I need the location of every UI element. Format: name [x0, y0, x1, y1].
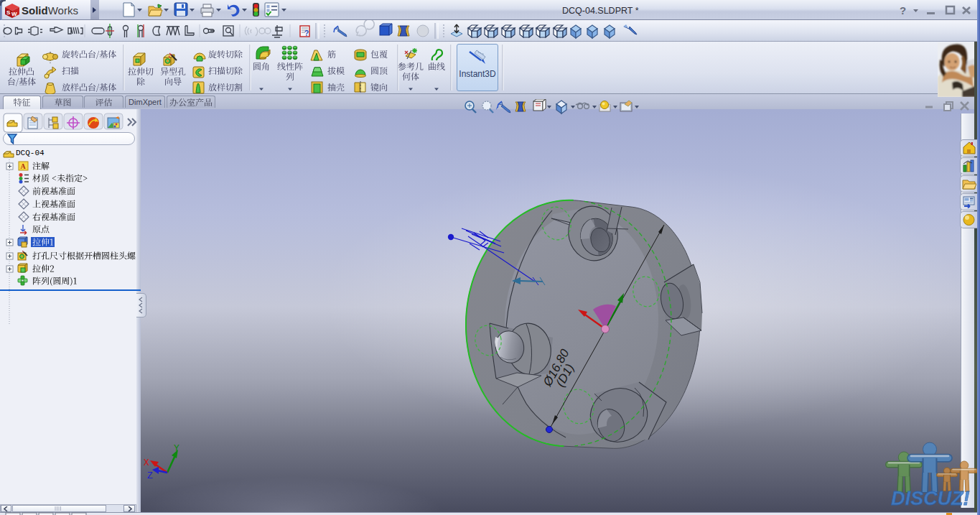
svg-text:X: X: [144, 458, 149, 468]
svg-text:DISCUZ!: DISCUZ!: [891, 488, 970, 509]
svg-text:Z: Z: [147, 470, 153, 481]
svg-text:Y: Y: [174, 443, 179, 454]
